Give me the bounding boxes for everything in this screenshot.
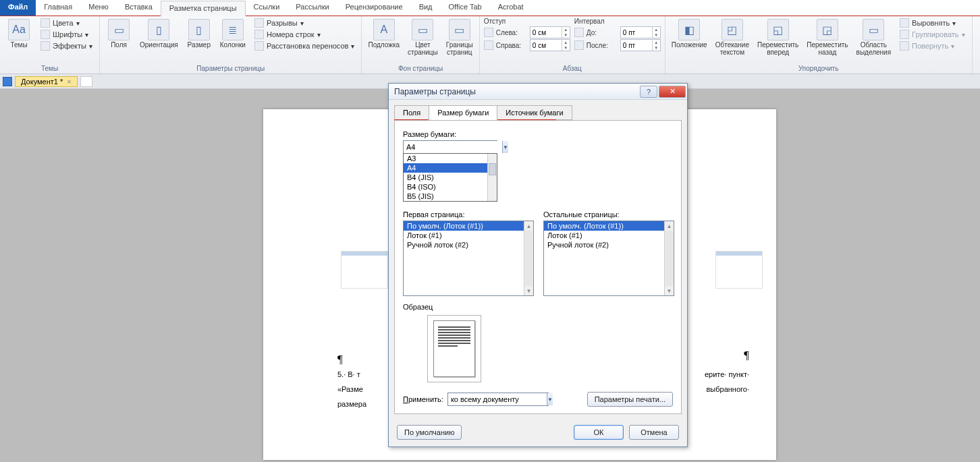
theme-colors-button[interactable]: Цвета ▾: [38, 18, 95, 28]
wrap-icon: ◰: [722, 19, 743, 40]
spin-up[interactable]: ▲: [652, 40, 660, 45]
tab-paper-source[interactable]: Источник бумаги: [497, 105, 572, 120]
indent-left-spinner[interactable]: ▲▼: [530, 26, 570, 38]
new-doc-tab[interactable]: [80, 76, 92, 87]
paper-size-combo[interactable]: ▼: [403, 140, 497, 154]
ok-button[interactable]: ОК: [574, 425, 624, 440]
spacing-after-input[interactable]: [621, 40, 652, 51]
bring-forward-button[interactable]: ◱Переместить вперед: [755, 18, 800, 57]
theme-effects-button[interactable]: Эффекты ▾: [38, 40, 95, 51]
tab-acrobat[interactable]: Acrobat: [490, 0, 532, 16]
position-button[interactable]: ◧Положение: [670, 18, 709, 50]
spin-down[interactable]: ▼: [562, 45, 570, 51]
tab-view[interactable]: Вид: [411, 0, 441, 16]
dropdown-scrollbar[interactable]: [487, 154, 497, 201]
indent-right-icon: [484, 40, 493, 50]
indent-left-input[interactable]: [530, 27, 562, 38]
theme-fonts-button[interactable]: Шрифты ▾: [38, 29, 95, 40]
size-button[interactable]: ▯Размер: [184, 18, 214, 50]
first-page-listbox[interactable]: По умолч. (Лоток (#1)) Лоток (#1) Ручной…: [403, 221, 534, 296]
size-option[interactable]: A3: [404, 154, 497, 163]
spin-up[interactable]: ▲: [562, 27, 570, 32]
margins-button[interactable]: ▭Поля: [104, 18, 134, 50]
size-option[interactable]: B5 (JIS): [404, 192, 497, 201]
group-paragraph: Отступ Слева:▲▼ Справа:▲▼ Интервал До:▲▼…: [480, 16, 665, 74]
size-option[interactable]: B4 (ISO): [404, 182, 497, 192]
tray-item-selected[interactable]: По умолч. (Лоток (#1)): [544, 221, 674, 231]
tray-item[interactable]: Ручной лоток (#2): [404, 240, 533, 250]
spacing-before-spinner[interactable]: ▲▼: [620, 26, 661, 38]
tab-file[interactable]: Файл: [0, 0, 36, 16]
selection-icon: ▭: [863, 19, 884, 40]
tray-item[interactable]: Лоток (#1): [404, 231, 533, 240]
document-tab[interactable]: Документ1 *×: [15, 76, 78, 87]
indent-right-input[interactable]: [530, 40, 562, 51]
spin-down[interactable]: ▼: [652, 32, 660, 38]
dialog-title: Параметры страницы: [394, 87, 476, 96]
tray-item[interactable]: Ручной лоток (#2): [544, 240, 674, 250]
forward-label: Переместить вперед: [757, 41, 798, 56]
group-paragraph-label: Абзац: [484, 64, 661, 74]
hyphenation-button[interactable]: Расстановка переносов ▾: [252, 40, 357, 51]
columns-button[interactable]: ≣Колонки: [218, 18, 248, 50]
tab-home[interactable]: Главная: [36, 0, 80, 16]
other-pages-listbox[interactable]: По умолч. (Лоток (#1)) Лоток (#1) Ручной…: [543, 221, 674, 296]
apply-to-combo[interactable]: ▼: [447, 393, 549, 406]
listbox-scrollbar[interactable]: ▲▼: [524, 221, 533, 295]
rotate-button[interactable]: Повернуть ▾: [897, 40, 968, 51]
spacing-after-icon: [574, 40, 584, 50]
colors-icon: [40, 18, 50, 28]
tab-mailings[interactable]: Рассылки: [288, 0, 337, 16]
tray-item[interactable]: Лоток (#1): [544, 231, 674, 240]
group-themes: Aa Темы Цвета ▾ Шрифты ▾ Эффекты ▾ Темы: [0, 16, 100, 74]
help-button[interactable]: ?: [640, 86, 657, 98]
send-backward-button[interactable]: ◲Переместить назад: [805, 18, 850, 57]
size-option[interactable]: B4 (JIS): [404, 173, 497, 182]
dropdown-arrow-icon[interactable]: ▼: [547, 393, 553, 405]
tab-paper-size[interactable]: Размер бумаги: [429, 105, 497, 120]
line-numbers-button[interactable]: Номера строк ▾: [252, 29, 357, 40]
indent-right-spinner[interactable]: ▲▼: [530, 39, 570, 51]
watermark-button[interactable]: AПодложка: [366, 18, 402, 50]
selection-pane-button[interactable]: ▭Область выделения: [854, 18, 893, 57]
dropdown-arrow-icon[interactable]: ▼: [502, 141, 508, 153]
position-label: Положение: [672, 41, 707, 49]
breaks-button[interactable]: Разрывы ▾: [252, 18, 357, 28]
group-objects-button[interactable]: Группировать ▾: [897, 29, 968, 40]
close-doc-icon[interactable]: ×: [67, 78, 71, 86]
themes-button[interactable]: Aa Темы: [4, 18, 34, 50]
tab-office[interactable]: Office Tab: [441, 0, 490, 16]
page-color-button[interactable]: ▭Цвет страницы: [406, 18, 440, 57]
hyphen-icon: [254, 41, 264, 51]
orientation-button[interactable]: ▯Ориентация: [138, 18, 180, 50]
print-options-button[interactable]: Параметры печати...: [587, 392, 673, 407]
paper-size-dropdown[interactable]: A3 A4 B4 (JIS) B4 (ISO) B5 (JIS): [403, 153, 497, 202]
spacing-before-input[interactable]: [621, 27, 652, 38]
default-button[interactable]: По умолчанию: [397, 425, 462, 440]
themes-label: Темы: [10, 41, 27, 49]
tab-margins[interactable]: Поля: [394, 105, 429, 120]
wrap-text-button[interactable]: ◰Обтекание текстом: [713, 18, 751, 57]
align-button[interactable]: Выровнять ▾: [897, 18, 968, 28]
tab-insert[interactable]: Вставка: [117, 0, 161, 16]
apply-to-input[interactable]: [448, 393, 547, 405]
tab-page-layout[interactable]: Разметка страницы: [161, 1, 246, 16]
listbox-scrollbar[interactable]: ▲▼: [664, 221, 674, 295]
spin-up[interactable]: ▲: [652, 27, 660, 32]
orientation-label: Ориентация: [140, 41, 178, 49]
group-arrange: ◧Положение ◰Обтекание текстом ◱Перемести…: [665, 16, 973, 74]
paper-size-input[interactable]: [404, 141, 502, 153]
spin-down[interactable]: ▼: [562, 32, 570, 38]
size-option-selected[interactable]: A4: [404, 163, 497, 173]
spin-down[interactable]: ▼: [652, 45, 660, 51]
spacing-after-spinner[interactable]: ▲▼: [620, 39, 661, 51]
close-button[interactable]: ✕: [659, 86, 686, 98]
tab-menu[interactable]: Меню: [80, 0, 117, 16]
dialog-titlebar[interactable]: Параметры страницы ? ✕: [389, 84, 687, 100]
tray-item-selected[interactable]: По умолч. (Лоток (#1)): [404, 221, 533, 231]
page-borders-button[interactable]: ▭Границы страниц: [444, 18, 475, 57]
tab-review[interactable]: Рецензирование: [337, 0, 411, 16]
spin-up[interactable]: ▲: [562, 40, 570, 45]
tab-links[interactable]: Ссылки: [246, 0, 288, 16]
cancel-button[interactable]: Отмена: [629, 425, 679, 440]
